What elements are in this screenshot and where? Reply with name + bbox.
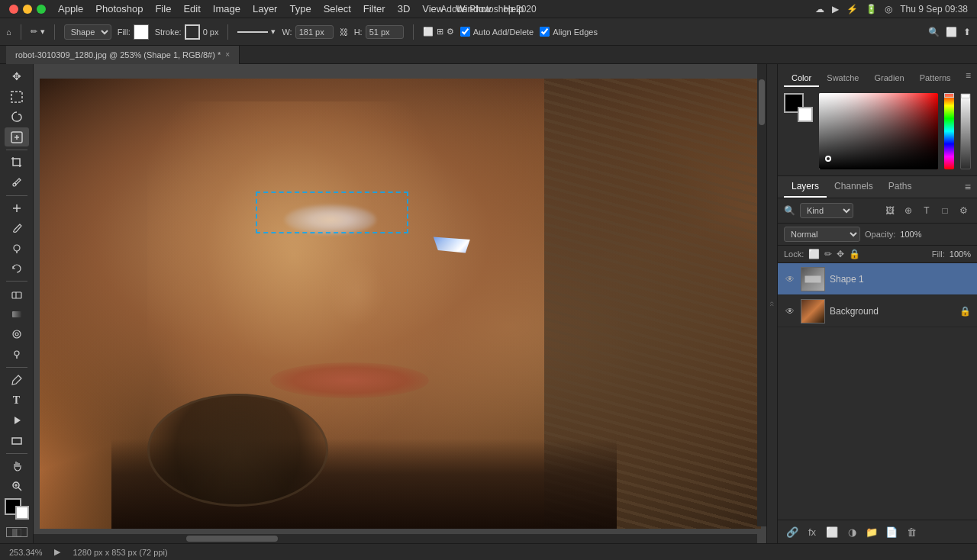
- menu-edit[interactable]: Edit: [183, 3, 200, 14]
- auto-add-delete-checkbox[interactable]: [460, 27, 470, 37]
- dodge-tool[interactable]: [5, 346, 29, 364]
- canvas[interactable]: [40, 79, 761, 529]
- search-icon[interactable]: 🔍: [928, 27, 940, 37]
- shape-type-select[interactable]: Shape Path Pixels: [64, 24, 111, 40]
- eraser-tool[interactable]: [5, 285, 29, 303]
- gradient-tool[interactable]: [5, 305, 29, 323]
- clone-stamp-tool[interactable]: [5, 239, 29, 257]
- lasso-tool[interactable]: [5, 108, 29, 126]
- layer-effects-icon[interactable]: fx: [804, 523, 821, 540]
- layer-item-shape1[interactable]: 👁 Shape 1: [778, 263, 977, 295]
- fg-bg-colors[interactable]: [5, 498, 29, 520]
- status-arrow[interactable]: ▶: [54, 547, 60, 557]
- add-mask-icon[interactable]: ⬜: [824, 523, 840, 540]
- tab-gradien[interactable]: Gradien: [867, 70, 912, 87]
- marquee-tool[interactable]: [5, 87, 29, 105]
- share-icon[interactable]: ⬆: [963, 27, 971, 37]
- new-layer-icon[interactable]: 📄: [883, 523, 900, 540]
- move-tool[interactable]: ✥: [5, 67, 29, 85]
- type-tool[interactable]: T: [5, 391, 29, 409]
- shape-filter-icon[interactable]: □: [937, 203, 953, 218]
- crop-tool[interactable]: [5, 153, 29, 172]
- tab-swatche[interactable]: Swatche: [819, 70, 866, 87]
- tool-separator3: [6, 281, 27, 282]
- height-input[interactable]: [366, 25, 404, 39]
- path-ops-icons[interactable]: ⬜ ⊞ ⚙: [423, 27, 454, 37]
- home-btn[interactable]: ⌂: [6, 27, 11, 37]
- bg-color-swatch[interactable]: [798, 107, 813, 122]
- svg-line-16: [18, 488, 21, 491]
- align-edges-checkbox[interactable]: [540, 27, 550, 37]
- color-gradient[interactable]: [819, 93, 938, 169]
- delete-layer-icon[interactable]: 🗑: [903, 523, 920, 540]
- hand-tool[interactable]: [5, 457, 29, 475]
- tab-layers[interactable]: Layers: [784, 176, 827, 198]
- vertical-scrollbar[interactable]: [757, 64, 766, 526]
- separator: [21, 24, 21, 40]
- traffic-lights: [9, 5, 46, 14]
- hue-slider[interactable]: [944, 93, 955, 169]
- adjust-filter-icon[interactable]: ⊕: [901, 203, 916, 218]
- menu-apple[interactable]: Apple: [58, 3, 83, 14]
- history-brush-tool[interactable]: [5, 259, 29, 278]
- menu-3d[interactable]: 3D: [398, 3, 411, 14]
- type-filter-icon[interactable]: T: [919, 203, 934, 218]
- quick-mask-mode[interactable]: [6, 527, 27, 536]
- menu-filter[interactable]: Filter: [363, 3, 385, 14]
- workspace-icon[interactable]: ⬜: [946, 27, 957, 37]
- opacity-slider[interactable]: [960, 93, 971, 169]
- layers-panel-menu[interactable]: ≡: [965, 176, 971, 198]
- layer-visibility-background[interactable]: 👁: [784, 305, 796, 317]
- tab-color[interactable]: Color: [784, 70, 819, 87]
- shape-tool[interactable]: [5, 431, 29, 449]
- minimize-button[interactable]: [23, 5, 32, 14]
- new-adjustment-icon[interactable]: ◑: [843, 523, 860, 540]
- width-input[interactable]: [295, 25, 334, 39]
- svg-rect-19: [12, 529, 17, 536]
- lock-artboards-icon[interactable]: ✥: [837, 249, 844, 259]
- separator3: [227, 24, 228, 40]
- link-layers-icon[interactable]: 🔗: [784, 523, 801, 540]
- menu-photoshop[interactable]: Photoshop: [95, 3, 143, 14]
- new-group-icon[interactable]: 📁: [863, 523, 880, 540]
- path-selection-tool[interactable]: [5, 411, 29, 430]
- tab-patterns[interactable]: Patterns: [912, 70, 959, 87]
- panel-collapse-handle[interactable]: ‹‹: [766, 64, 777, 543]
- saturation-value-area[interactable]: [819, 93, 938, 169]
- stroke-swatch[interactable]: [185, 24, 200, 40]
- layer-item-background[interactable]: 👁 Background 🔒: [778, 295, 977, 327]
- fullscreen-button[interactable]: [37, 5, 46, 14]
- line-style-selector[interactable]: ▾: [237, 27, 276, 37]
- tab-close-button[interactable]: ×: [225, 50, 230, 59]
- color-panel-menu[interactable]: ≡: [966, 70, 971, 87]
- tab-channels[interactable]: Channels: [827, 176, 881, 198]
- pixel-filter-icon[interactable]: 🖼: [882, 203, 898, 218]
- pen-tool[interactable]: [5, 371, 29, 389]
- eyedropper-tool[interactable]: [5, 173, 29, 191]
- close-button[interactable]: [9, 5, 18, 14]
- menu-layer[interactable]: Layer: [253, 3, 278, 14]
- blur-tool[interactable]: [5, 325, 29, 343]
- layer-visibility-shape1[interactable]: 👁: [784, 273, 796, 285]
- background-color[interactable]: [15, 506, 29, 520]
- menu-image[interactable]: Image: [213, 3, 240, 14]
- doc-tab[interactable]: robot-3010309_1280.jpg @ 253% (Shape 1, …: [6, 46, 240, 64]
- lock-pixels-icon[interactable]: ⬜: [808, 249, 820, 259]
- menu-select[interactable]: Select: [324, 3, 351, 14]
- tab-paths[interactable]: Paths: [881, 176, 920, 198]
- lock-position-icon[interactable]: ✏: [824, 249, 832, 259]
- zoom-tool[interactable]: [5, 477, 29, 495]
- menu-type[interactable]: Type: [289, 3, 311, 14]
- blend-mode-select[interactable]: Normal Multiply Screen Overlay: [784, 227, 860, 242]
- brush-tool[interactable]: [5, 219, 29, 237]
- kind-filter-select[interactable]: Kind Name Effect Mode: [800, 203, 853, 218]
- link-icon[interactable]: ⛓: [340, 27, 348, 37]
- quick-select-tool[interactable]: [5, 127, 29, 146]
- menu-file[interactable]: File: [155, 3, 171, 14]
- smart-filter-icon[interactable]: ⚙: [956, 203, 971, 218]
- fill-swatch[interactable]: [134, 24, 149, 40]
- healing-tool[interactable]: [5, 198, 29, 217]
- layers-filter-row: 🔍 Kind Name Effect Mode 🖼 ⊕ T □ ⚙: [778, 198, 977, 224]
- lock-all-icon[interactable]: 🔒: [849, 249, 860, 259]
- horizontal-scrollbar[interactable]: [34, 534, 757, 543]
